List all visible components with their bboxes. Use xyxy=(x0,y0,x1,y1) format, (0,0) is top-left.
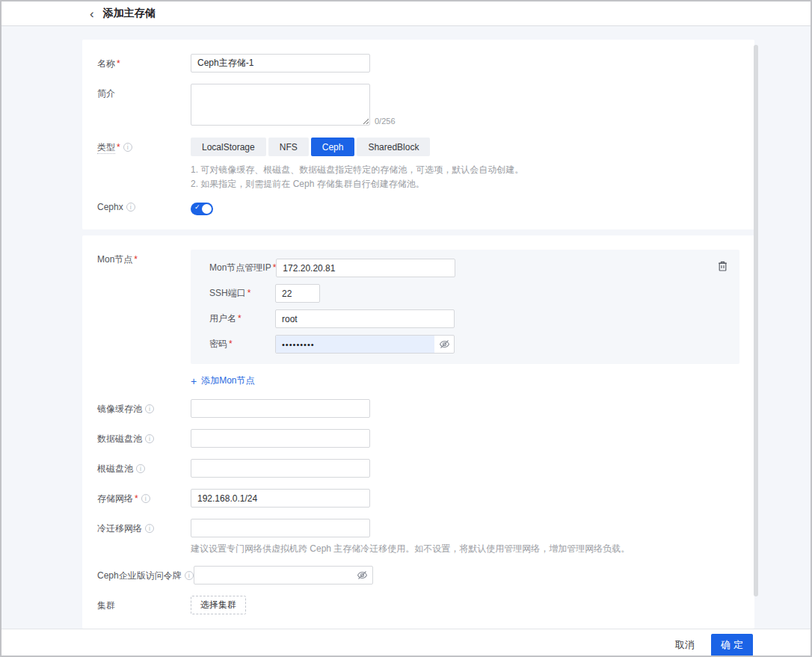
info-icon[interactable]: i xyxy=(185,571,194,580)
mon-ip-row: Mon节点管理IP* xyxy=(209,259,725,277)
info-icon[interactable]: i xyxy=(123,143,132,152)
data-disk-pool-label: 数据磁盘池i xyxy=(97,429,191,445)
type-option-localstorage[interactable]: LocalStorage xyxy=(191,138,266,156)
add-mon-node-link[interactable]: + 添加Mon节点 xyxy=(191,374,255,387)
name-label: 名称* xyxy=(97,54,191,70)
required-asterisk: * xyxy=(229,339,233,349)
root-disk-pool-row: 根磁盘池i xyxy=(97,459,739,478)
select-cluster-button[interactable]: 选择集群 xyxy=(191,596,246,614)
ceph-token-label: Ceph企业版访问令牌i xyxy=(97,566,194,582)
data-disk-pool-label-text: 数据磁盘池 xyxy=(97,434,142,444)
root-disk-pool-input[interactable] xyxy=(191,459,370,478)
back-icon[interactable]: ‹ xyxy=(90,7,94,20)
cephx-label-text: Cephx xyxy=(97,202,123,212)
image-cache-pool-label: 镜像缓存池i xyxy=(97,399,191,416)
type-option-nfs[interactable]: NFS xyxy=(268,138,309,156)
image-cache-pool-label-text: 镜像缓存池 xyxy=(97,404,142,414)
info-icon[interactable]: i xyxy=(145,524,154,533)
cephx-label: Cephxi xyxy=(97,200,191,212)
info-icon[interactable]: i xyxy=(126,203,135,212)
ssh-port-label-text: SSH端口 xyxy=(209,288,246,298)
ssh-port-input[interactable] xyxy=(275,284,320,303)
eye-off-icon[interactable] xyxy=(353,570,372,580)
type-row: 类型*i LocalStorage NFS Ceph SharedBlock 1… xyxy=(97,138,739,191)
mon-node-row: Mon节点* Mon节点管理IP* xyxy=(97,250,739,364)
cluster-label-text: 集群 xyxy=(97,600,115,611)
username-input[interactable] xyxy=(275,309,455,328)
cold-migration-input[interactable] xyxy=(191,519,370,537)
plus-icon: + xyxy=(191,375,197,387)
cephx-toggle[interactable]: ✓ xyxy=(191,203,213,215)
ceph-token-text-input[interactable] xyxy=(194,567,353,584)
type-hint-1: 1. 可对镜像缓存、根磁盘、数据磁盘指定特定的存储池，可选项，默认会自动创建。 xyxy=(191,163,523,177)
cluster-row: 集群 选择集群 xyxy=(97,596,739,614)
description-textarea[interactable] xyxy=(191,84,370,126)
mon-ip-input[interactable] xyxy=(276,259,455,277)
username-label-text: 用户名 xyxy=(209,313,236,324)
required-asterisk: * xyxy=(247,288,251,298)
toggle-check-icon: ✓ xyxy=(194,203,200,211)
storage-network-label-text: 存储网络 xyxy=(97,493,133,504)
char-counter: 0/256 xyxy=(375,117,396,126)
storage-network-label: 存储网络*i xyxy=(97,489,191,505)
info-icon[interactable]: i xyxy=(145,404,154,413)
mon-ip-label-text: Mon节点管理IP xyxy=(209,262,271,273)
root-disk-pool-label-text: 根磁盘池 xyxy=(97,463,133,474)
image-cache-pool-row: 镜像缓存池i xyxy=(97,399,739,418)
username-row: 用户名* xyxy=(209,309,725,328)
ceph-config-card: Mon节点* Mon节点管理IP* xyxy=(82,235,754,629)
password-input[interactable]: ••••••••• xyxy=(275,335,455,354)
ssh-port-label: SSH端口* xyxy=(209,287,275,300)
password-row: 密码* ••••••••• xyxy=(209,335,725,354)
mon-node-panel: Mon节点管理IP* SSH端口* 用户名* xyxy=(191,250,739,364)
type-option-sharedblock[interactable]: SharedBlock xyxy=(357,138,430,156)
required-asterisk: * xyxy=(238,313,242,324)
type-option-ceph[interactable]: Ceph xyxy=(311,138,355,156)
type-label: 类型*i xyxy=(97,138,191,154)
required-asterisk: * xyxy=(117,58,120,69)
root-disk-pool-label: 根磁盘池i xyxy=(97,459,191,475)
form-content: 名称* 简介 0/256 类型*i LocalSt xyxy=(1,26,811,629)
cold-migration-field: 建议设置专门网络供虚拟机跨 Ceph 主存储冷迁移使用。如不设置，将默认使用管理… xyxy=(191,519,630,555)
add-primary-storage-window: ‹ 添加主存储 名称* 简介 0/256 xyxy=(0,0,812,657)
cold-migration-row: 冷迁移网络i 建议设置专门网络供虚拟机跨 Ceph 主存储冷迁移使用。如不设置，… xyxy=(97,519,739,555)
image-cache-pool-input[interactable] xyxy=(191,399,370,418)
ceph-token-row: Ceph企业版访问令牌i xyxy=(97,566,739,584)
delete-mon-node-icon[interactable] xyxy=(717,260,728,272)
type-button-group: LocalStorage NFS Ceph SharedBlock xyxy=(191,138,523,156)
confirm-button[interactable]: 确定 xyxy=(711,634,753,656)
basic-info-card: 名称* 简介 0/256 类型*i LocalSt xyxy=(82,40,754,229)
type-label-text: 类型 xyxy=(97,142,115,154)
username-label: 用户名* xyxy=(209,312,275,325)
cold-migration-hint: 建议设置专门网络供虚拟机跨 Ceph 主存储冷迁移使用。如不设置，将默认使用管理… xyxy=(191,543,630,555)
vertical-scrollbar[interactable] xyxy=(754,45,758,596)
description-label: 简介 xyxy=(97,84,191,100)
name-row: 名称* xyxy=(97,54,739,73)
cold-migration-label: 冷迁移网络i xyxy=(97,519,191,535)
required-asterisk: * xyxy=(134,254,138,265)
data-disk-pool-row: 数据磁盘池i xyxy=(97,429,739,448)
password-masked-value: ••••••••• xyxy=(276,336,434,353)
storage-network-input[interactable] xyxy=(191,489,370,508)
data-disk-pool-input[interactable] xyxy=(191,429,370,448)
cancel-button[interactable]: 取消 xyxy=(675,638,695,652)
ceph-token-label-text: Ceph企业版访问令牌 xyxy=(97,570,182,581)
password-label-text: 密码 xyxy=(209,339,227,349)
mon-ip-label: Mon节点管理IP* xyxy=(209,262,276,274)
ceph-token-input[interactable] xyxy=(194,566,373,584)
toggle-knob xyxy=(202,204,212,214)
footer-bar: 取消 确定 xyxy=(1,629,811,657)
cephx-row: Cephxi ✓ xyxy=(97,200,739,215)
type-hint-2: 2. 如果指定，则需提前在 Ceph 存储集群自行创建存储池。 xyxy=(191,177,523,191)
password-label: 密码* xyxy=(209,338,275,351)
info-icon[interactable]: i xyxy=(136,464,145,473)
required-asterisk: * xyxy=(135,493,138,504)
eye-off-icon[interactable] xyxy=(434,336,454,353)
add-mon-node-label: 添加Mon节点 xyxy=(201,374,254,387)
name-input[interactable] xyxy=(191,54,370,73)
info-icon[interactable]: i xyxy=(141,494,150,503)
description-field-wrap: 0/256 xyxy=(191,84,396,126)
page-title: 添加主存储 xyxy=(103,7,156,20)
storage-network-row: 存储网络*i xyxy=(97,489,739,508)
info-icon[interactable]: i xyxy=(145,434,154,443)
